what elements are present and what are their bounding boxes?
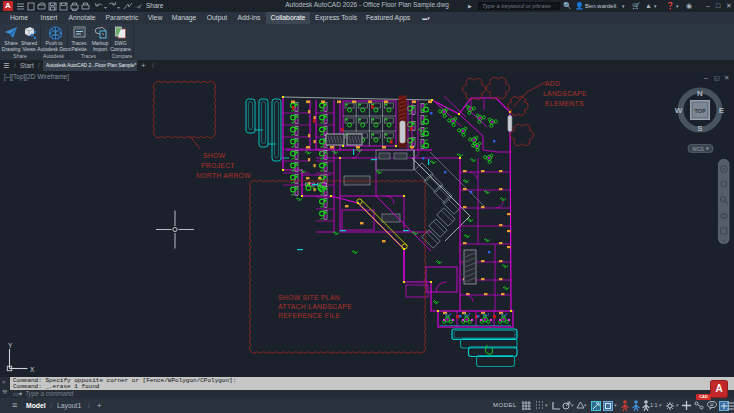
svg-text:WCS: WCS [692, 146, 704, 152]
svg-text:◱: ◱ [714, 75, 720, 81]
svg-text:ELEMENTS: ELEMENTS [545, 100, 584, 107]
svg-text:Y: Y [8, 342, 13, 349]
svg-text:REFERENCE FILE: REFERENCE FILE [278, 312, 341, 319]
svg-text:X: X [30, 366, 35, 373]
svg-text:S: S [697, 124, 703, 133]
svg-text:–: – [704, 74, 708, 81]
svg-text:SHOW: SHOW [203, 152, 226, 159]
svg-text:LANDSCAPE: LANDSCAPE [543, 90, 587, 97]
svg-text:N: N [697, 89, 703, 98]
svg-text:ADD: ADD [545, 80, 560, 87]
svg-text:ATTACH LANDSCAPE: ATTACH LANDSCAPE [278, 303, 352, 310]
svg-text:NORTH ARROW: NORTH ARROW [196, 172, 251, 179]
svg-text:SHOW SITE PLAN: SHOW SITE PLAN [278, 294, 340, 301]
svg-text:W: W [675, 106, 683, 115]
svg-text:PROJECT: PROJECT [201, 162, 235, 169]
svg-text:E: E [719, 106, 725, 115]
svg-text:✕: ✕ [724, 74, 729, 81]
svg-text:TOP: TOP [695, 108, 706, 114]
